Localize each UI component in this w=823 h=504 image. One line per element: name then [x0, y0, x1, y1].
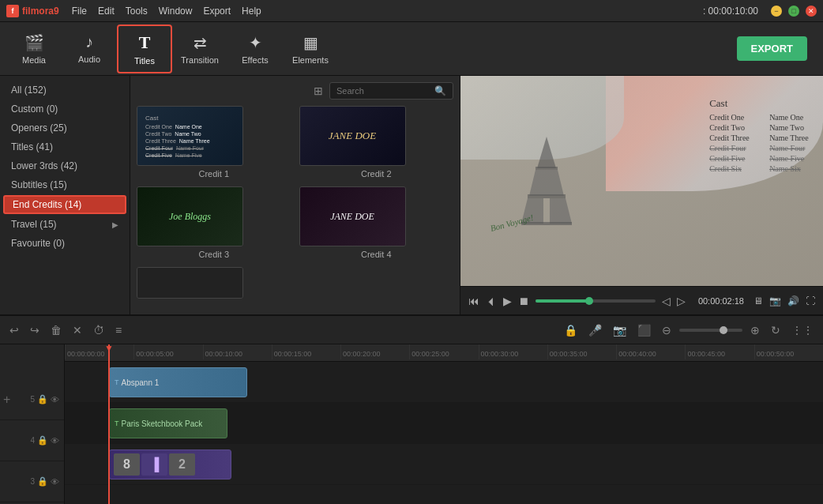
redo-button[interactable]: ↪	[27, 322, 43, 338]
sidebar-item-subtitles[interactable]: Subtitles (15)	[0, 175, 130, 194]
list-item[interactable]: Joe Bloggs Credit 3	[137, 186, 291, 259]
elements-icon: ▦	[303, 33, 318, 52]
arrow-left-icon[interactable]: ◁	[662, 295, 671, 307]
play-button[interactable]: ▶	[503, 295, 512, 307]
arrow-right-icon[interactable]: ▷	[677, 295, 686, 307]
media-label: Media	[22, 55, 46, 65]
sidebar-item-custom[interactable]: Custom (0)	[0, 100, 130, 118]
thumbnail-credit3: Joe Bloggs	[137, 186, 243, 246]
progress-bar[interactable]	[536, 299, 656, 303]
track5-lock-icon[interactable]: 🔒	[37, 394, 48, 404]
ruler-mark-7: 00:00:35:00	[547, 344, 616, 359]
search-icon[interactable]: 🔍	[434, 85, 446, 96]
settings-button[interactable]: ≡	[112, 322, 125, 338]
effects-icon: ✦	[249, 33, 262, 52]
track3-lock-icon[interactable]: 🔒	[37, 476, 48, 487]
ruler-mark-4: 00:00:20:00	[340, 344, 409, 359]
tool-audio[interactable]: ♪ Audio	[62, 24, 117, 73]
countdown-cell-3: 2	[169, 453, 195, 476]
track3-eye-icon[interactable]: 👁	[51, 477, 59, 487]
menu-bar: File Edit Tools Window Export Help	[72, 6, 261, 17]
thumbnail-credit4: JANE DOE	[299, 186, 406, 246]
title-clip-icon: T	[115, 378, 119, 386]
monitor-icon[interactable]: 🖥	[753, 295, 763, 307]
sidebar-item-travel[interactable]: Travel (15) ▶	[0, 215, 130, 234]
add-track-button[interactable]: +	[3, 393, 10, 407]
list-item[interactable]	[137, 267, 291, 299]
maximize-button[interactable]: □	[788, 6, 799, 17]
logo-icon: f	[6, 5, 19, 17]
track5-eye-icon[interactable]: 👁	[51, 395, 59, 404]
stop-button[interactable]: ⏹	[518, 295, 529, 307]
clip-paris-pack[interactable]: T Paris Sketchbook Pack	[109, 408, 227, 438]
list-item[interactable]: Cast Credit OneName One Credit TwoName T…	[137, 106, 291, 179]
close-button[interactable]: ✕	[806, 6, 817, 17]
search-input[interactable]	[336, 86, 431, 96]
tool-transition[interactable]: ⇄ Transition	[172, 24, 227, 73]
countdown-cells: 8 ▐ 2	[112, 452, 197, 477]
more-options-icon[interactable]: ⋮⋮	[788, 322, 817, 338]
camera-icon[interactable]: 📷	[769, 295, 781, 307]
app-logo: f filmora9	[6, 5, 59, 17]
tool-effects[interactable]: ✦ Effects	[227, 24, 283, 73]
mic-icon[interactable]: 🎤	[585, 322, 605, 338]
menu-edit[interactable]: Edit	[98, 6, 115, 17]
grid-view-icon[interactable]: ⊞	[314, 85, 323, 97]
track-row-5: T Abspann 1	[65, 362, 823, 403]
sidebar-item-openers[interactable]: Openers (25)	[0, 118, 130, 137]
timer-button[interactable]: ⏱	[90, 322, 107, 338]
menu-tools[interactable]: Tools	[126, 6, 148, 17]
menu-file[interactable]: File	[72, 6, 87, 17]
delete-button[interactable]: 🗑	[47, 322, 65, 338]
lock-icon[interactable]: 🔒	[561, 322, 581, 338]
effects-label: Effects	[242, 55, 268, 65]
ruler-mark-3: 00:00:15:00	[272, 344, 340, 359]
timeline-tracks: 00:00:00:00 00:00:05:00 00:00:10:00 00:0…	[65, 344, 823, 504]
cut-button[interactable]: ✕	[70, 322, 85, 338]
clip-abspann[interactable]: T Abspann 1	[109, 367, 247, 397]
top-bar: f filmora9 File Edit Tools Window Export…	[0, 0, 823, 22]
clip-label: Paris Sketchbook Pack	[122, 419, 203, 428]
menu-window[interactable]: Window	[159, 6, 193, 17]
menu-export[interactable]: Export	[203, 6, 231, 17]
timeline-content: + 5 🔒 👁 4 🔒 👁 3 🔒 👁	[0, 344, 823, 504]
track-labels: + 5 🔒 👁 4 🔒 👁 3 🔒 👁	[0, 344, 65, 504]
sidebar-item-favourite[interactable]: Favourite (0)	[0, 234, 130, 253]
camera2-icon[interactable]: 📷	[610, 322, 629, 338]
ruler-mark-1: 00:00:05:00	[133, 344, 202, 359]
countdown-cell-1: 8	[114, 453, 140, 476]
fullscreen-button[interactable]: ⛶	[806, 295, 815, 307]
zoom-bar[interactable]	[679, 329, 742, 332]
minimize-button[interactable]: −	[771, 6, 782, 17]
main-area: All (152) Custom (0) Openers (25) Titles…	[0, 76, 823, 314]
sidebar-item-lower3rds[interactable]: Lower 3rds (42)	[0, 156, 130, 175]
refresh-icon[interactable]: ↻	[768, 322, 784, 338]
audio-label: Audio	[78, 55, 100, 64]
zoom-out-icon[interactable]: ⊖	[659, 322, 675, 338]
zoom-in-icon[interactable]: ⊕	[747, 322, 763, 338]
sidebar-item-titles[interactable]: Titles (41)	[0, 137, 130, 156]
frame-back-button[interactable]: ⏴	[486, 295, 497, 307]
sidebar-item-endcredits[interactable]: End Credits (14)	[3, 195, 126, 214]
track4-eye-icon[interactable]: 👁	[51, 436, 59, 446]
zoom-handle[interactable]	[720, 326, 727, 334]
tool-media[interactable]: 🎬 Media	[6, 24, 62, 73]
skip-back-button[interactable]: ⏮	[468, 295, 479, 307]
sidebar-item-all[interactable]: All (152)	[0, 81, 130, 100]
clip-countdown[interactable]: 8 ▐ 2	[109, 449, 231, 480]
export-button[interactable]: EXPORT	[737, 36, 807, 61]
tool-elements[interactable]: ▦ Elements	[283, 24, 338, 73]
content-panel: ⊞ 🔍 Cast Credit OneName One Credit TwoNa…	[130, 76, 460, 314]
pip-icon[interactable]: ⬛	[634, 322, 654, 338]
list-item[interactable]: JANE DOE Credit 4	[299, 186, 454, 259]
ruler-mark-8: 00:00:40:00	[616, 344, 685, 359]
list-item[interactable]: JANE DOE Credit 2	[299, 106, 454, 179]
undo-button[interactable]: ↩	[6, 322, 22, 338]
ruler-marks: 00:00:00:00 00:00:05:00 00:00:10:00 00:0…	[65, 344, 823, 361]
menu-help[interactable]: Help	[242, 6, 261, 17]
volume-icon[interactable]: 🔊	[787, 295, 799, 307]
track4-lock-icon[interactable]: 🔒	[37, 435, 48, 446]
preview-controls: ⏮ ⏴ ▶ ⏹ ◁ ▷ 00:00:02:18 🖥 📷 🔊 ⛶	[460, 286, 823, 314]
tool-titles[interactable]: T Titles	[117, 24, 172, 73]
elements-label: Elements	[292, 55, 329, 65]
